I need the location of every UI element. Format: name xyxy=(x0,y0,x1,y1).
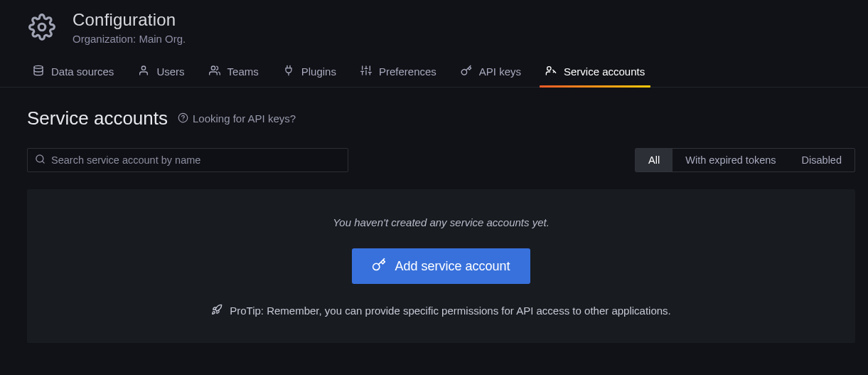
content-area: Service accounts Looking for API keys? A… xyxy=(0,88,868,343)
filter-disabled[interactable]: Disabled xyxy=(789,149,854,171)
tab-label: Users xyxy=(156,65,184,78)
filter-expired[interactable]: With expired tokens xyxy=(673,149,788,171)
page-title: Configuration xyxy=(73,10,186,30)
search-icon xyxy=(35,154,45,167)
search-container[interactable] xyxy=(27,148,348,172)
help-link-label: Looking for API keys? xyxy=(193,112,296,125)
key-user-icon xyxy=(545,65,557,78)
users-icon xyxy=(209,65,220,78)
svg-point-13 xyxy=(547,67,551,70)
key-icon xyxy=(461,65,472,78)
search-input[interactable] xyxy=(51,154,341,166)
tab-label: Plugins xyxy=(301,65,336,78)
tab-label: API keys xyxy=(479,65,521,78)
button-label: Add service account xyxy=(395,259,510,274)
tab-data-sources[interactable]: Data sources xyxy=(33,63,114,87)
filter-all[interactable]: All xyxy=(636,149,673,171)
help-link-api-keys[interactable]: Looking for API keys? xyxy=(178,112,296,125)
tab-preferences[interactable]: Preferences xyxy=(360,63,436,87)
tab-service-accounts[interactable]: Service accounts xyxy=(545,63,645,87)
svg-point-1 xyxy=(34,65,43,68)
rocket-icon xyxy=(211,304,223,317)
svg-point-0 xyxy=(38,23,45,31)
tab-label: Data sources xyxy=(51,65,114,78)
plug-icon xyxy=(283,65,294,78)
protip: ProTip: Remember, you can provide specif… xyxy=(211,304,671,317)
tab-api-keys[interactable]: API keys xyxy=(461,63,521,87)
page-header: Configuration Organization: Main Org. xyxy=(0,0,868,45)
gear-icon xyxy=(27,10,57,40)
database-icon xyxy=(33,65,44,78)
tab-label: Service accounts xyxy=(564,65,645,78)
svg-point-3 xyxy=(211,66,215,70)
empty-state-message: You haven't created any service accounts… xyxy=(333,216,550,228)
empty-state-panel: You haven't created any service accounts… xyxy=(27,189,855,343)
user-icon xyxy=(138,65,149,78)
page-subtitle: Organization: Main Org. xyxy=(73,33,186,45)
tab-users[interactable]: Users xyxy=(138,63,184,87)
protip-text: ProTip: Remember, you can provide specif… xyxy=(230,305,671,317)
tab-label: Teams xyxy=(227,65,259,78)
svg-point-2 xyxy=(142,66,146,70)
section-title: Service accounts xyxy=(27,107,168,130)
sliders-icon xyxy=(360,65,372,78)
tab-teams[interactable]: Teams xyxy=(209,63,259,87)
key-icon xyxy=(372,258,386,275)
tab-bar: Data sources Users Teams Plugins Prefere… xyxy=(0,45,868,88)
question-circle-icon xyxy=(178,112,188,125)
filter-group: All With expired tokens Disabled xyxy=(635,148,855,172)
tab-plugins[interactable]: Plugins xyxy=(283,63,336,87)
svg-line-17 xyxy=(42,161,44,163)
add-service-account-button[interactable]: Add service account xyxy=(352,248,530,284)
tab-label: Preferences xyxy=(379,65,436,78)
